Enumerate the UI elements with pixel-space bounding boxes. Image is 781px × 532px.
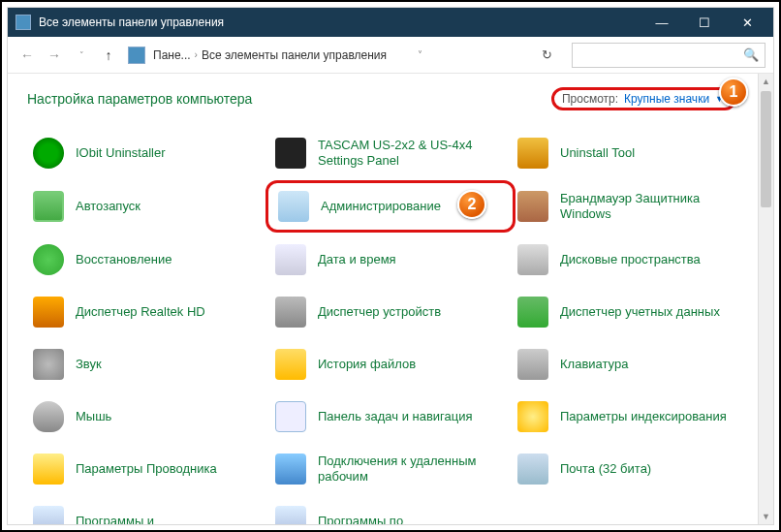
close-button[interactable]: ✕ xyxy=(734,13,760,32)
annotation-badge-2: 2 xyxy=(457,190,486,219)
item-realtek[interactable]: Диспетчер Realtek HD xyxy=(27,293,269,331)
item-uninstall-tool[interactable]: Uninstall Tool xyxy=(512,134,754,172)
item-administration-label: Администрирование xyxy=(321,199,441,214)
item-iobit-uninstaller-icon xyxy=(31,136,66,171)
breadcrumb[interactable]: Пане... › Все элементы панели управления… xyxy=(153,48,529,62)
item-programs-1-icon xyxy=(31,504,66,524)
item-explorer-options[interactable]: Параметры Проводника xyxy=(27,450,269,488)
item-file-history-icon xyxy=(273,347,308,382)
item-keyboard[interactable]: Клавиатура xyxy=(512,345,754,384)
content-area: Настройка параметров компьютера Просмотр… xyxy=(8,74,773,524)
item-indexing-label: Параметры индексирования xyxy=(560,409,727,424)
item-recovery[interactable]: Восстановление xyxy=(27,240,269,279)
item-indexing-icon xyxy=(515,399,550,434)
item-device-manager-label: Диспетчер устройств xyxy=(318,304,441,320)
item-explorer-options-label: Параметры Проводника xyxy=(76,461,217,477)
address-bar-icon xyxy=(128,47,145,64)
item-realtek-label: Диспетчер Realtek HD xyxy=(76,304,205,320)
item-autorun[interactable]: Автозапуск xyxy=(27,186,269,227)
item-device-manager-icon xyxy=(273,295,308,329)
item-administration-icon xyxy=(276,189,311,224)
item-iobit-uninstaller-label: IObit Uninstaller xyxy=(76,145,165,161)
item-autorun-label: Автозапуск xyxy=(76,199,141,214)
item-tascam-settings-label: TASCAM US-2x2 & US-4x4 Settings Panel xyxy=(318,138,508,170)
item-device-manager[interactable]: Диспетчер устройств xyxy=(269,293,512,331)
toolbar: ← → ˅ ↑ Пане... › Все элементы панели уп… xyxy=(8,37,773,74)
items-grid: IObit UninstallerTASCAM US-2x2 & US-4x4 … xyxy=(27,134,754,524)
item-taskbar-icon xyxy=(273,399,308,434)
item-credential-manager-label: Диспетчер учетных данных xyxy=(560,304,720,320)
chevron-right-icon: › xyxy=(195,49,198,60)
up-button[interactable]: ↑ xyxy=(97,44,120,67)
item-iobit-uninstaller[interactable]: IObit Uninstaller xyxy=(27,134,269,172)
crumb-2[interactable]: Все элементы панели управления xyxy=(202,48,387,62)
control-panel-icon xyxy=(16,15,31,30)
item-tascam-settings-icon xyxy=(273,136,308,171)
item-mouse[interactable]: Мышь xyxy=(27,397,269,436)
search-input[interactable]: 🔍 xyxy=(572,43,765,68)
item-taskbar[interactable]: Панель задач и навигация xyxy=(269,397,512,436)
maximize-button[interactable]: ☐ xyxy=(692,13,717,32)
recent-button[interactable]: ˅ xyxy=(70,44,93,67)
forward-button[interactable]: → xyxy=(43,44,66,67)
item-explorer-options-icon xyxy=(31,452,66,486)
item-remote-desktop-icon xyxy=(273,452,308,486)
item-date-time[interactable]: Дата и время xyxy=(269,240,512,279)
item-sound-icon xyxy=(31,347,66,382)
item-firewall-label: Брандмауэр Защитника Windows xyxy=(560,191,750,223)
back-button[interactable]: ← xyxy=(16,44,39,67)
item-uninstall-tool-label: Uninstall Tool xyxy=(560,145,635,161)
item-keyboard-icon xyxy=(515,347,550,382)
scrollbar[interactable]: ▲ ▼ xyxy=(758,74,773,524)
minimize-button[interactable]: — xyxy=(649,13,674,32)
item-sound-label: Звук xyxy=(76,357,102,372)
item-storage-spaces-label: Дисковые пространства xyxy=(560,252,701,267)
item-storage-spaces-icon xyxy=(515,242,550,277)
item-programs-2[interactable]: Программы по xyxy=(269,502,512,524)
item-mouse-label: Мышь xyxy=(76,409,111,424)
scroll-down-button[interactable]: ▼ xyxy=(759,509,773,524)
item-programs-1[interactable]: Программы и xyxy=(27,502,269,524)
annotation-badge-1: 1 xyxy=(719,78,748,107)
view-highlight: Просмотр: Крупные значки ▼ xyxy=(551,87,736,110)
scroll-thumb[interactable] xyxy=(761,91,771,207)
titlebar[interactable]: Все элементы панели управления — ☐ ✕ xyxy=(8,8,773,37)
item-mail-32bit[interactable]: Почта (32 бита) xyxy=(512,450,754,488)
item-programs-2-icon xyxy=(273,504,308,524)
item-credential-manager-icon xyxy=(515,295,550,329)
item-mail-32bit-label: Почта (32 бита) xyxy=(560,461,651,477)
item-recovery-label: Восстановление xyxy=(76,252,172,267)
item-autorun-icon xyxy=(31,189,66,224)
item-sound[interactable]: Звук xyxy=(27,345,269,384)
item-credential-manager[interactable]: Диспетчер учетных данных xyxy=(512,293,754,331)
chevron-down-icon[interactable]: ˅ xyxy=(418,49,422,60)
item-date-time-label: Дата и время xyxy=(318,252,396,267)
view-selector: Просмотр: Крупные значки ▼ xyxy=(551,87,736,110)
item-indexing[interactable]: Параметры индексирования xyxy=(512,397,754,436)
item-tascam-settings[interactable]: TASCAM US-2x2 & US-4x4 Settings Panel xyxy=(269,134,512,172)
control-panel-window: Все элементы панели управления — ☐ ✕ ← →… xyxy=(8,8,773,524)
item-mouse-icon xyxy=(31,399,66,434)
item-file-history-label: История файлов xyxy=(318,357,416,372)
view-value[interactable]: Крупные значки xyxy=(624,92,709,106)
item-programs-2-label: Программы по xyxy=(318,514,403,524)
item-taskbar-label: Панель задач и навигация xyxy=(318,409,473,424)
item-realtek-icon xyxy=(31,295,66,329)
item-mail-32bit-icon xyxy=(515,452,550,486)
item-programs-1-label: Программы и xyxy=(76,514,154,524)
item-remote-desktop[interactable]: Подключения к удаленным рабочим xyxy=(269,450,512,488)
view-label: Просмотр: xyxy=(562,92,618,106)
item-recovery-icon xyxy=(31,242,66,277)
refresh-button[interactable]: ↻ xyxy=(533,44,560,67)
window-title: Все элементы панели управления xyxy=(39,16,649,29)
item-storage-spaces[interactable]: Дисковые пространства xyxy=(512,240,754,279)
item-firewall[interactable]: Брандмауэр Защитника Windows xyxy=(512,186,754,227)
item-date-time-icon xyxy=(273,242,308,277)
crumb-1[interactable]: Пане... xyxy=(153,48,191,62)
item-firewall-icon xyxy=(515,189,550,224)
search-icon: 🔍 xyxy=(743,47,759,62)
item-keyboard-label: Клавиатура xyxy=(560,357,628,372)
item-file-history[interactable]: История файлов xyxy=(269,345,512,384)
scroll-up-button[interactable]: ▲ xyxy=(759,74,773,89)
item-uninstall-tool-icon xyxy=(515,136,550,171)
